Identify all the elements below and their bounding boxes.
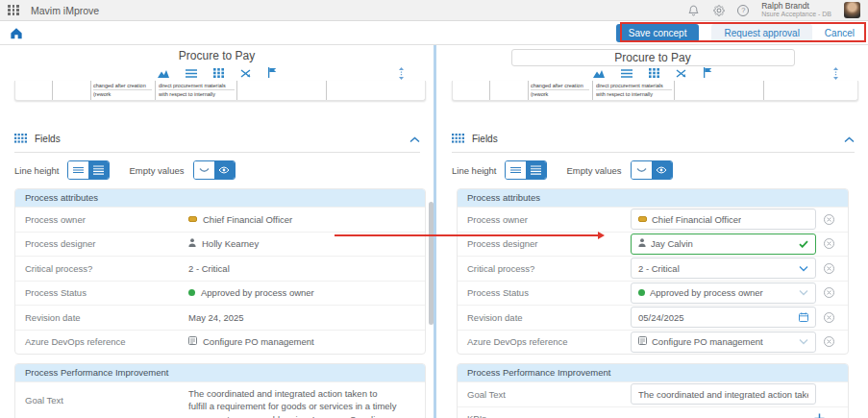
field-row-azure-devops: Azure DevOps reference Configure PO mana… xyxy=(15,330,425,355)
person-icon xyxy=(638,238,646,249)
request-approval-button[interactable]: Request approval xyxy=(711,24,811,42)
chart-view-icon[interactable] xyxy=(158,64,169,82)
field-row-process-designer: Process designer Jay Calvin xyxy=(458,232,848,257)
field-row-process-owner: Process owner Chief Financial Officer xyxy=(15,207,425,232)
role-badge-icon xyxy=(188,216,197,222)
fields-grid-icon xyxy=(452,130,464,147)
help-icon[interactable]: ? xyxy=(737,5,749,16)
flag-milestone-icon[interactable] xyxy=(703,64,712,82)
clear-field-icon[interactable] xyxy=(824,238,834,249)
flag-milestone-icon[interactable] xyxy=(267,64,277,82)
home-icon[interactable] xyxy=(10,27,23,39)
table-view-icon[interactable] xyxy=(649,64,659,82)
ppi-card: Process Performance Improvement Goal Tex… xyxy=(457,363,849,418)
diagram-cell: changed after creation(rework xyxy=(531,82,589,98)
process-status-select[interactable]: Approved by process owner xyxy=(631,283,816,304)
clear-field-icon[interactable] xyxy=(824,287,834,298)
clear-field-icon[interactable] xyxy=(824,336,834,347)
empty-values-hide-toggle[interactable] xyxy=(632,161,652,179)
line-height-label: Line height xyxy=(452,165,496,176)
clear-field-icon[interactable] xyxy=(824,312,834,323)
collapse-branches-icon[interactable] xyxy=(240,64,251,82)
field-display-controls: Line height Empty values xyxy=(14,160,420,180)
collapse-branches-icon[interactable] xyxy=(676,64,686,82)
process-diagram-fragment[interactable]: changed after creation(rework direct pro… xyxy=(452,81,858,101)
empty-values-show-eye-toggle[interactable] xyxy=(652,161,672,179)
compare-view: Procure to Pay changed after creation(re… xyxy=(0,45,868,418)
field-row-process-status: Process Status Approved by process owner xyxy=(458,281,848,306)
cancel-button[interactable]: Cancel xyxy=(825,28,855,38)
field-row-process-status: Process Status Approved by process owner xyxy=(15,281,425,306)
process-owner-input[interactable]: Chief Financial Officer xyxy=(631,209,816,230)
chevron-up-icon[interactable] xyxy=(409,130,420,147)
save-concept-button[interactable]: Save concept xyxy=(616,24,700,42)
process-designer-input[interactable]: Jay Calvin xyxy=(631,234,816,255)
settings-gear-icon[interactable] xyxy=(712,4,725,16)
process-title: Procure to Pay xyxy=(0,49,434,64)
table-view-icon[interactable] xyxy=(213,64,224,82)
line-height-toggle xyxy=(505,160,547,180)
user-avatar[interactable] xyxy=(844,2,860,18)
mavim-improve-window: Mavim iMprove ? Ralph Brandt Nsure Accep… xyxy=(0,0,868,418)
left-panel-readonly: Procure to Pay changed after creation(re… xyxy=(0,45,434,418)
clipboard-icon xyxy=(638,336,647,347)
list-view-icon[interactable] xyxy=(621,64,632,82)
add-kpi-plus-icon[interactable] xyxy=(814,413,825,418)
field-row-kpis: KPIs xyxy=(458,406,848,418)
status-dot-icon xyxy=(638,289,645,296)
chevron-up-icon[interactable] xyxy=(844,130,855,147)
valid-check-icon xyxy=(799,240,808,248)
field-row-azure-devops: Azure DevOps reference Configure PO mana… xyxy=(458,330,848,355)
list-view-icon[interactable] xyxy=(186,64,197,82)
role-badge-icon xyxy=(638,216,647,222)
person-icon xyxy=(188,238,196,249)
fields-section-header[interactable]: Fields xyxy=(452,130,855,153)
field-row-revision-date: Revision date 05/24/2025 xyxy=(458,305,848,330)
user-name: Ralph Brandt xyxy=(761,1,831,12)
notifications-bell-icon[interactable] xyxy=(687,4,700,16)
field-display-controls: Line height Empty values xyxy=(452,160,855,180)
diagram-cell: direct procurement materialswith respect… xyxy=(596,82,672,98)
field-row-critical-process: Critical process? 2 - Critical xyxy=(458,256,848,281)
line-height-comfortable-toggle[interactable] xyxy=(526,161,546,179)
critical-process-select[interactable]: 2 - Critical xyxy=(631,258,816,279)
fields-section-header[interactable]: Fields xyxy=(14,130,420,153)
revision-date-input[interactable]: 05/24/2025 xyxy=(631,307,816,328)
user-organization: Nsure Acceptance - DB xyxy=(761,11,831,19)
status-dot-icon xyxy=(188,289,195,296)
azure-devops-select[interactable]: Configure PO management xyxy=(631,332,816,353)
field-row-critical-process: Critical process? 2 - Critical xyxy=(15,256,425,281)
empty-values-show-eye-toggle[interactable] xyxy=(214,161,235,179)
apps-grid-icon[interactable] xyxy=(8,5,19,15)
line-height-comfortable-toggle[interactable] xyxy=(88,161,109,179)
chevron-down-icon[interactable] xyxy=(799,265,808,272)
clear-field-icon[interactable] xyxy=(824,263,834,274)
diagram-cell: changed after creation(rework xyxy=(93,82,152,98)
empty-values-toggle xyxy=(631,160,673,180)
calendar-icon[interactable] xyxy=(799,312,808,322)
line-height-compact-toggle[interactable] xyxy=(68,161,88,179)
line-height-toggle xyxy=(67,160,110,180)
clear-field-icon[interactable] xyxy=(824,214,834,225)
fields-label: Fields xyxy=(472,134,498,144)
process-diagram-fragment[interactable]: changed after creation(rework direct pro… xyxy=(14,81,426,101)
field-row-process-designer: Process designer Holly Kearney xyxy=(15,232,425,257)
empty-values-hide-toggle[interactable] xyxy=(194,161,214,179)
empty-values-label: Empty values xyxy=(129,165,184,176)
view-toolbar xyxy=(437,66,868,79)
diagram-cell: direct procurement materialswith respect… xyxy=(159,82,235,98)
line-height-compact-toggle[interactable] xyxy=(506,161,526,179)
chevron-down-icon[interactable] xyxy=(799,338,808,345)
chevron-down-icon[interactable] xyxy=(799,289,808,296)
process-attributes-header: Process attributes xyxy=(458,189,848,207)
fields-label: Fields xyxy=(35,134,61,144)
field-row-goal-text: Goal Text The coordinated and integrated… xyxy=(458,381,848,406)
ppi-header: Process Performance Improvement xyxy=(15,364,425,381)
topbar: Mavim iMprove ? Ralph Brandt Nsure Accep… xyxy=(0,0,868,21)
goal-text-input[interactable]: The coordinated and integrated action ta… xyxy=(631,383,816,405)
process-attributes-card: Process attributes Process owner Chief F… xyxy=(14,188,426,355)
left-panel-scrollbar[interactable] xyxy=(429,202,434,325)
chart-view-icon[interactable] xyxy=(593,64,605,82)
view-toolbar xyxy=(0,66,434,79)
user-block[interactable]: Ralph Brandt Nsure Acceptance - DB xyxy=(761,1,831,19)
